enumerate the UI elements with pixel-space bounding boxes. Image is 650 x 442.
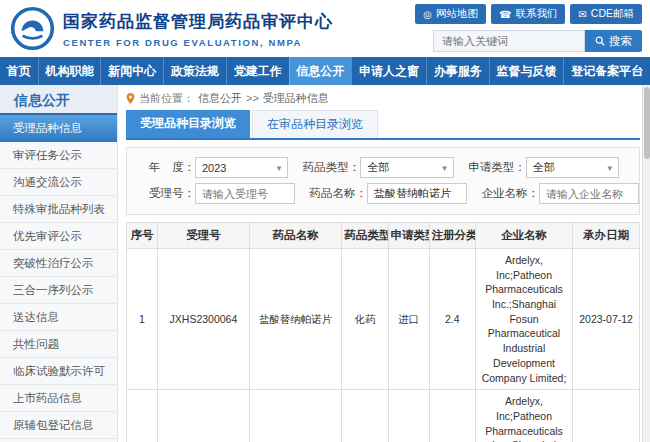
vertical-scrollbar[interactable] — [642, 85, 650, 442]
breadcrumb-prefix: 当前位置： — [139, 91, 194, 106]
quick-link-label: 网站地图 — [436, 7, 478, 21]
table-cell: 进口 — [388, 249, 429, 390]
drug-name-input[interactable] — [367, 183, 467, 204]
table-header-cell: 企业名称 — [475, 223, 572, 249]
sidebar-item[interactable]: 审评任务公示 — [0, 142, 117, 169]
cde-logo-icon — [10, 6, 55, 51]
table-cell: 2.4 — [429, 390, 475, 442]
results-table: 序号受理号药品名称药品类型申请类型注册分类企业名称承办日期 1JXHS23000… — [126, 222, 640, 442]
sidebar-item[interactable]: 优先审评公示 — [0, 223, 117, 250]
tab-bar: 受理品种目录浏览 在审品种目录浏览 — [126, 110, 640, 140]
chevron-down-icon: ▾ — [607, 163, 612, 173]
drug-type-label: 药品类型： — [300, 160, 360, 175]
nav-item-监督与反馈[interactable]: 监督与反馈 — [489, 57, 564, 85]
table-header-cell: 受理号 — [157, 223, 249, 249]
tab-accepted-catalog[interactable]: 受理品种目录浏览 — [126, 110, 250, 138]
search-button[interactable]: 搜索 — [585, 30, 642, 52]
table-cell: Ardelyx, Inc;Patheon Pharmaceuticals Inc… — [475, 249, 572, 390]
year-select[interactable]: 2023▾ — [195, 157, 288, 178]
table-cell: 2023-07-12 — [573, 390, 640, 442]
search-button-label: 搜索 — [609, 34, 632, 49]
sidebar-item[interactable]: 共性问题 — [0, 331, 117, 358]
sidebar-item[interactable]: 送达信息 — [0, 304, 117, 331]
table-cell: 1 — [127, 249, 158, 390]
location-icon: ◎ — [423, 9, 432, 20]
table-cell: JXHS2300064 — [157, 249, 249, 390]
top-header: 国家药品监督管理局药品审评中心 CENTER FOR DRUG EVALUATI… — [0, 0, 650, 57]
table-row: 2JXHS2300063盐酸替纳帕诺片化药进口2.4Ardelyx, Inc;P… — [127, 390, 640, 442]
sidebar-item[interactable]: 沟通交流公示 — [0, 169, 117, 196]
breadcrumb-section[interactable]: 信息公开 — [198, 91, 242, 106]
breadcrumb-separator: >> — [246, 92, 259, 104]
chevron-down-icon: ▾ — [277, 163, 282, 173]
mail-icon: ✉ — [578, 9, 586, 20]
nav-item-信息公开[interactable]: 信息公开 — [289, 57, 352, 85]
table-header-cell: 药品名称 — [250, 223, 342, 249]
nav-item-申请人之窗[interactable]: 申请人之窗 — [351, 57, 426, 85]
sidebar-item[interactable]: 三合一序列公示 — [0, 277, 117, 304]
nav-item-党建工作[interactable]: 党建工作 — [226, 57, 289, 85]
table-header-cell: 注册分类 — [429, 223, 475, 249]
scrollbar-thumb[interactable] — [644, 87, 650, 159]
year-value: 2023 — [202, 162, 226, 174]
tab-under-review-catalog[interactable]: 在审品种目录浏览 — [252, 110, 378, 138]
quick-link[interactable]: ◎网站地图 — [415, 4, 486, 24]
table-cell: 2.4 — [429, 249, 475, 390]
sidebar-item[interactable]: 上市药品信息 — [0, 385, 117, 412]
quick-links: ◎网站地图☎联系我们✉CDE邮箱 — [415, 4, 642, 24]
chevron-down-icon: ▾ — [442, 163, 447, 173]
table-cell: 化药 — [342, 390, 388, 442]
sidebar-item[interactable]: 受理品种信息 — [0, 115, 117, 142]
quick-link-label: 联系我们 — [515, 7, 557, 21]
sidebar-items: 受理品种信息审评任务公示沟通交流公示特殊审批品种列表优先审评公示突破性治疗公示三… — [0, 115, 117, 442]
site-title: 国家药品监督管理局药品审评中心 — [63, 10, 333, 33]
quick-link[interactable]: ☎联系我们 — [491, 4, 565, 24]
sidebar: 信息公开 受理品种信息审评任务公示沟通交流公示特殊审批品种列表优先审评公示突破性… — [0, 85, 118, 442]
breadcrumb-current[interactable]: 受理品种信息 — [263, 91, 329, 106]
table-header-cell: 申请类型 — [388, 223, 429, 249]
apply-type-select[interactable]: 全部▾ — [526, 157, 619, 178]
year-label: 年 度： — [135, 160, 195, 175]
drug-type-select[interactable]: 全部▾ — [360, 157, 453, 178]
quick-link[interactable]: ✉CDE邮箱 — [570, 4, 642, 24]
acceptance-input[interactable] — [195, 183, 295, 204]
drug-type-value: 全部 — [367, 160, 389, 175]
drug-name-label: 药品名称： — [307, 186, 367, 201]
phone-icon: ☎ — [499, 9, 511, 20]
sidebar-item[interactable]: 原辅包登记信息 — [0, 412, 117, 439]
main-nav: 首页机构职能新闻中心政策法规党建工作信息公开申请人之窗办事服务监督与反馈登记备案… — [0, 57, 650, 85]
company-input[interactable] — [539, 183, 639, 204]
table-header-cell: 承办日期 — [573, 223, 640, 249]
nav-item-政策法规[interactable]: 政策法规 — [163, 57, 226, 85]
apply-type-label: 申请类型： — [466, 160, 526, 175]
table-body: 1JXHS2300064盐酸替纳帕诺片化药进口2.4Ardelyx, Inc;P… — [127, 249, 640, 442]
table-cell: 2 — [127, 390, 158, 442]
table-row: 1JXHS2300064盐酸替纳帕诺片化药进口2.4Ardelyx, Inc;P… — [127, 249, 640, 390]
main-content: 当前位置：信息公开 >> 受理品种信息 受理品种目录浏览 在审品种目录浏览 年 … — [118, 85, 650, 442]
sidebar-item[interactable]: 特殊审批品种列表 — [0, 196, 117, 223]
sidebar-item[interactable]: 临床试验默示许可 — [0, 358, 117, 385]
table-cell: 化药 — [342, 249, 388, 390]
nav-item-登记备案平台[interactable]: 登记备案平台 — [563, 57, 650, 85]
table-cell: Ardelyx, Inc;Patheon Pharmaceuticals Inc… — [475, 390, 572, 442]
table-header-row: 序号受理号药品名称药品类型申请类型注册分类企业名称承办日期 — [127, 223, 640, 249]
sidebar-title: 信息公开 — [0, 85, 117, 115]
table-cell: 盐酸替纳帕诺片 — [250, 249, 342, 390]
table-cell: 2023-07-12 — [573, 249, 640, 390]
search-input[interactable] — [433, 30, 585, 52]
filter-panel: 年 度： 2023▾ 药品类型： 全部▾ 申请类型： 全部▾ 受理号： 药品名称… — [126, 147, 640, 215]
nav-item-新闻中心[interactable]: 新闻中心 — [100, 57, 163, 85]
table-header-cell: 序号 — [127, 223, 158, 249]
site-subtitle: CENTER FOR DRUG EVALUATION, NMPA — [63, 37, 333, 48]
acceptance-label: 受理号： — [135, 186, 195, 201]
breadcrumb: 当前位置：信息公开 >> 受理品种信息 — [126, 89, 640, 107]
apply-type-value: 全部 — [533, 160, 555, 175]
location-pin-icon — [126, 93, 135, 104]
nav-item-首页[interactable]: 首页 — [0, 57, 38, 85]
sidebar-item[interactable]: 突破性治疗公示 — [0, 250, 117, 277]
nav-item-办事服务[interactable]: 办事服务 — [426, 57, 489, 85]
table-cell: JXHS2300063 — [157, 390, 249, 442]
quick-link-label: CDE邮箱 — [591, 7, 634, 21]
table-cell: 盐酸替纳帕诺片 — [250, 390, 342, 442]
nav-item-机构职能[interactable]: 机构职能 — [38, 57, 101, 85]
